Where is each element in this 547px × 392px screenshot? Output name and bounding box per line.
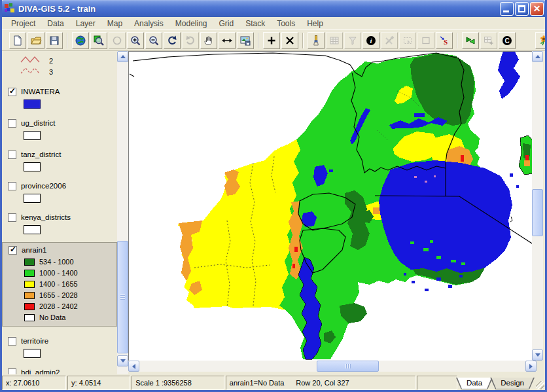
zoom-to-selection-button <box>109 32 126 49</box>
tools-icon <box>383 35 395 46</box>
overlay-button[interactable] <box>462 32 479 49</box>
selection-to-shapefile-button[interactable]: S <box>436 32 453 49</box>
tab-design[interactable]: Design <box>490 378 535 389</box>
layer-properties-button[interactable] <box>308 32 325 49</box>
layer-checkbox-province2006[interactable] <box>8 182 16 190</box>
legend-label: 1400 - 1655 <box>39 280 78 288</box>
title-bar: DIVA-GIS 5.2 - train ✕ <box>0 0 547 17</box>
spacer-button <box>517 32 534 49</box>
minimize-button[interactable] <box>500 2 514 16</box>
zoom-previous-button[interactable] <box>164 32 181 49</box>
layer-item-territoire[interactable]: territoire <box>2 336 117 358</box>
layer-symbol-swatch <box>24 225 41 234</box>
zoom-width-button[interactable] <box>219 32 236 49</box>
layer-symbol-swatch <box>24 162 41 171</box>
tab-data[interactable]: Data <box>456 378 493 389</box>
map-hscrollbar-thumb[interactable] <box>317 361 379 372</box>
save-project-button[interactable] <box>46 32 63 49</box>
select-rectangle-button <box>399 32 416 49</box>
page-icon <box>12 35 24 46</box>
status-cell-info: anrain1=No Data Row 20, Col 327 <box>226 376 415 390</box>
layer-item-ug_district[interactable]: ug_district <box>2 118 117 140</box>
new-project-button[interactable] <box>9 32 26 49</box>
undo-arrow-icon <box>166 35 178 46</box>
map-scroll-up-button[interactable] <box>532 51 543 62</box>
sidebar-scroll-down-button[interactable] <box>117 355 128 366</box>
add-layer-button[interactable] <box>263 32 280 49</box>
menu-modeling[interactable]: Modeling <box>169 18 213 29</box>
zoom-to-layer-button[interactable] <box>90 32 107 49</box>
zoom-in-button[interactable] <box>127 32 144 49</box>
layer-item-tanz_district[interactable]: tanz_district <box>2 149 117 171</box>
legend-label: 1000 - 1400 <box>39 269 78 277</box>
legend-color-swatch <box>24 258 35 266</box>
layer-list: 23INWATERAug_districttanz_districtprovin… <box>2 51 117 374</box>
menu-data[interactable]: Data <box>41 18 69 29</box>
app-logo-icon <box>5 3 16 14</box>
map-scroll-right-button[interactable] <box>525 361 537 372</box>
horizontal-arrows-icon <box>221 35 233 46</box>
layer-checkbox-territoire[interactable] <box>8 337 16 346</box>
menu-analysis[interactable]: Analysis <box>128 18 169 29</box>
layer-checkbox-bdi_admin2[interactable] <box>8 368 16 375</box>
green-triangles-icon <box>465 35 476 46</box>
magnifier-plus-icon <box>130 35 141 46</box>
layer-name: INWATERA <box>21 88 60 96</box>
menu-help[interactable]: Help <box>301 18 329 29</box>
map-scroll-down-button[interactable] <box>532 349 543 361</box>
status-bar: x: 27.0610 y: 4.0514 Scale 1 :9356258 an… <box>2 374 545 390</box>
shapefile-s-icon: S <box>438 35 450 46</box>
layer-symbol-swatch <box>24 131 41 140</box>
layer-checkbox-tanz_district[interactable] <box>8 151 16 159</box>
resize-grip[interactable] <box>536 381 544 389</box>
layer-name: bdi_admin2 <box>21 368 60 374</box>
layer-checkbox-INWATERA[interactable] <box>8 88 16 96</box>
layer-item-bdi_admin2[interactable]: bdi_admin2 <box>2 367 117 374</box>
zoom-out-button[interactable] <box>145 32 162 49</box>
toolbar-separator <box>302 33 304 48</box>
menu-grid[interactable]: Grid <box>213 18 239 29</box>
remove-layer-button[interactable] <box>281 32 298 49</box>
legend-row: No Data <box>24 313 116 322</box>
filter-button <box>344 32 361 49</box>
menu-tools[interactable]: Tools <box>271 18 301 29</box>
map-scroll-left-button[interactable] <box>128 361 139 372</box>
layer-checkbox-ug_district[interactable] <box>8 119 16 128</box>
identify-button[interactable]: i <box>362 32 379 49</box>
menu-map[interactable]: Map <box>101 18 128 29</box>
layer-item-kenya_districts[interactable]: kenya_districts <box>2 212 117 234</box>
map-canvas[interactable] <box>129 52 532 361</box>
layer-item-province2006[interactable]: province2006 <box>2 181 117 203</box>
layer-item-anrain1[interactable]: anrain1534 - 10001000 - 14001400 - 16551… <box>2 242 117 327</box>
pan-button[interactable] <box>200 32 217 49</box>
legend-label: 1655 - 2028 <box>39 291 78 299</box>
layer-name: territoire <box>21 337 48 345</box>
legend-color-swatch <box>24 281 35 288</box>
layer-checkbox-anrain1[interactable] <box>9 246 17 255</box>
layer-item-INWATERA[interactable]: INWATERA <box>2 86 117 109</box>
maximize-button[interactable] <box>515 2 529 16</box>
legend-color-swatch <box>24 292 35 299</box>
map-horizontal-scrollbar[interactable] <box>128 361 537 372</box>
sidebar-scroll-up-button[interactable] <box>117 51 128 62</box>
open-project-button[interactable] <box>27 32 44 49</box>
info-circle-icon: i <box>365 35 377 46</box>
menu-bar: ProjectDataLayerMapAnalysisModelingGridS… <box>2 17 545 29</box>
map-view[interactable] <box>128 51 532 361</box>
menu-project[interactable]: Project <box>5 18 41 29</box>
menu-stack[interactable]: Stack <box>239 18 271 29</box>
sidebar-scrollbar[interactable] <box>117 51 128 374</box>
map-vscrollbar-thumb[interactable] <box>532 189 543 236</box>
layer-symbol-swatch <box>24 349 41 358</box>
about-diva-button[interactable] <box>535 32 547 49</box>
export-map-image-button[interactable] <box>237 32 254 49</box>
menu-layer[interactable]: Layer <box>70 18 101 29</box>
sidebar-scrollbar-thumb[interactable] <box>117 241 128 353</box>
layer-checkbox-kenya_districts[interactable] <box>8 213 16 222</box>
map-vertical-scrollbar[interactable] <box>532 51 543 361</box>
zoom-full-extent-button[interactable] <box>72 32 89 49</box>
climate-button[interactable]: C <box>499 32 516 49</box>
close-button[interactable]: ✕ <box>530 2 544 16</box>
map-panel <box>128 51 545 374</box>
status-x-coordinate: x: 27.0610 <box>2 376 66 390</box>
